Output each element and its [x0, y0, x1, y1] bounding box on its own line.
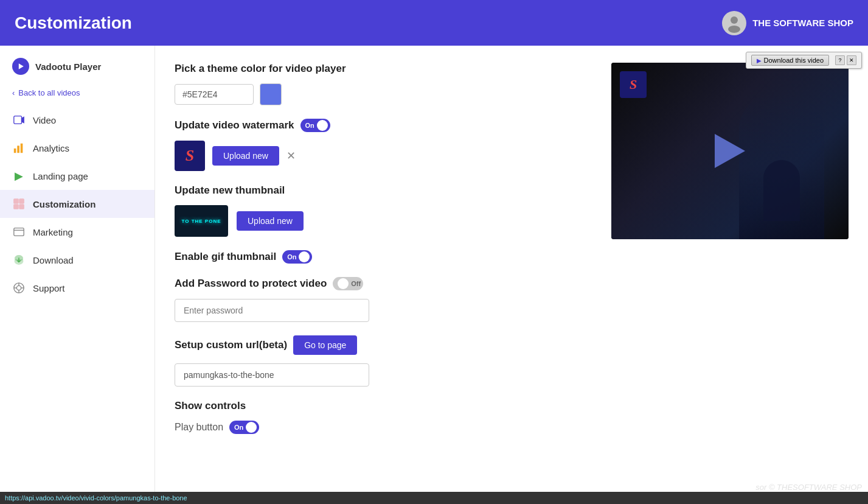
play-btn-toggle-label: On	[234, 424, 243, 431]
svg-rect-12	[14, 228, 24, 236]
sidebar-item-analytics[interactable]: Analytics	[0, 134, 155, 162]
custom-url-label: Setup custom url(beta)	[175, 339, 287, 351]
play-btn-toggle-circle	[246, 422, 257, 433]
topbar: Customization THE SOFTWARE SHOP	[0, 0, 868, 46]
upload-thumbnail-button[interactable]: Upload new	[237, 211, 304, 231]
sidebar-item-download[interactable]: Download	[0, 246, 155, 274]
left-column: Pick a theme color for video player Upda…	[175, 63, 592, 443]
popup-controls: ? ✕	[835, 55, 856, 65]
video-play-button[interactable]	[715, 134, 745, 168]
content-area: ▶ Download this video ? ✕ Pick a theme c…	[155, 46, 868, 492]
watermark-label: Update video watermark	[175, 119, 294, 131]
main-two-col: Pick a theme color for video player Upda…	[175, 63, 849, 443]
remove-watermark-button[interactable]: ✕	[286, 149, 296, 163]
gif-toggle-circle	[299, 251, 310, 262]
watermark-row: S Upload new ✕	[175, 141, 592, 171]
svg-marker-2	[19, 63, 24, 69]
watermark-toggle-label: On	[305, 122, 314, 129]
download-icon	[12, 253, 26, 267]
password-toggle-circle	[338, 278, 349, 289]
statusbar-url: https://api.vadoo.tv/video/vivid-colors/…	[5, 494, 187, 502]
back-arrow-icon: ‹	[12, 88, 15, 97]
custom-url-row: Setup custom url(beta) Go to page	[175, 335, 592, 355]
user-info: THE SOFTWARE SHOP	[722, 11, 853, 35]
thumbnail-preview: To THe pone	[175, 205, 228, 237]
video-icon	[12, 113, 26, 127]
thumbnail-row: To THe pone Upload new	[175, 205, 592, 237]
password-label-row: Add Password to protect video Off	[175, 277, 592, 290]
download-popup: ▶ Download this video ? ✕	[746, 52, 862, 69]
controls-label: Show controls	[175, 400, 592, 412]
svg-rect-10	[14, 205, 18, 209]
landing-icon: ▶	[12, 169, 26, 183]
password-input[interactable]	[175, 299, 369, 322]
svg-rect-5	[14, 149, 16, 153]
svg-marker-4	[22, 117, 24, 122]
play-icon: ▶	[757, 57, 762, 64]
upload-watermark-button[interactable]: Upload new	[212, 146, 279, 166]
popup-close-btn[interactable]: ✕	[847, 55, 856, 65]
watermark-toggle[interactable]: On	[300, 119, 330, 132]
color-hex-input[interactable]	[175, 84, 254, 105]
gif-toggle[interactable]: On	[282, 250, 312, 264]
back-link-label: Back to all videos	[18, 88, 80, 97]
person-head	[763, 160, 800, 221]
sidebar-item-label: Customization	[33, 199, 95, 209]
popup-question-btn[interactable]: ?	[835, 55, 845, 65]
theme-color-label: Pick a theme color for video player	[175, 63, 592, 75]
sidebar-nav: Video Analytics ▶ Landing page	[0, 106, 155, 302]
sidebar-item-customization[interactable]: Customization	[0, 190, 155, 218]
thumbnail-text-overlay: To THe pone	[181, 219, 221, 224]
svg-rect-8	[14, 199, 18, 203]
customization-icon	[12, 197, 26, 211]
page-title: Customization	[15, 13, 132, 33]
statusbar: https://api.vadoo.tv/video/vivid-colors/…	[0, 492, 868, 504]
download-video-button[interactable]: ▶ Download this video	[751, 55, 829, 66]
download-popup-label: Download this video	[764, 57, 824, 64]
watermark-label-row: Update video watermark On	[175, 119, 592, 132]
sidebar-item-label: Video	[33, 115, 56, 125]
play-btn-label: Play button	[175, 422, 223, 433]
color-swatch[interactable]	[260, 83, 282, 105]
analytics-icon	[12, 141, 26, 155]
password-label: Add Password to protect video	[175, 278, 327, 290]
password-toggle-label: Off	[351, 280, 361, 287]
logo: Vadootu Player	[0, 52, 155, 85]
password-toggle[interactable]: Off	[333, 277, 363, 290]
svg-point-0	[731, 16, 738, 24]
gif-label-row: Enable gif thumbnail On	[175, 250, 592, 264]
back-link[interactable]: ‹ Back to all videos	[0, 85, 155, 106]
gif-toggle-label: On	[287, 253, 296, 261]
watermark-thumbnail: S	[175, 141, 205, 171]
sidebar-item-marketing[interactable]: Marketing	[0, 218, 155, 246]
play-btn-toggle[interactable]: On	[229, 421, 259, 434]
thumbnail-label: Update new thumbnail	[175, 184, 592, 197]
right-column: S	[611, 63, 849, 239]
svg-point-16	[16, 285, 21, 290]
sidebar-item-label: Support	[33, 283, 65, 293]
sidebar-item-label: Marketing	[33, 227, 73, 237]
svg-rect-9	[19, 199, 24, 203]
avatar	[722, 11, 746, 35]
sidebar-item-landing[interactable]: ▶ Landing page	[0, 162, 155, 190]
svg-rect-7	[21, 144, 23, 153]
svg-rect-6	[17, 145, 19, 153]
sidebar-item-label: Download	[33, 255, 74, 265]
go-to-page-button[interactable]: Go to page	[293, 335, 357, 355]
logo-icon	[12, 58, 29, 75]
sidebar-item-video[interactable]: Video	[0, 106, 155, 134]
color-picker-row	[175, 83, 592, 105]
sidebar-item-label: Analytics	[33, 143, 69, 153]
marketing-icon	[12, 225, 26, 239]
support-icon	[12, 281, 26, 295]
gif-label: Enable gif thumbnail	[175, 251, 276, 263]
user-name: THE SOFTWARE SHOP	[752, 18, 853, 28]
sidebar-item-support[interactable]: Support	[0, 274, 155, 302]
video-preview: S	[611, 63, 849, 239]
svg-rect-11	[19, 205, 24, 209]
svg-rect-3	[14, 116, 22, 124]
main-layout: Vadootu Player ‹ Back to all videos Vide…	[0, 46, 868, 492]
custom-url-input[interactable]	[175, 363, 369, 387]
watermark-toggle-circle	[317, 120, 328, 131]
sidebar: Vadootu Player ‹ Back to all videos Vide…	[0, 46, 155, 492]
